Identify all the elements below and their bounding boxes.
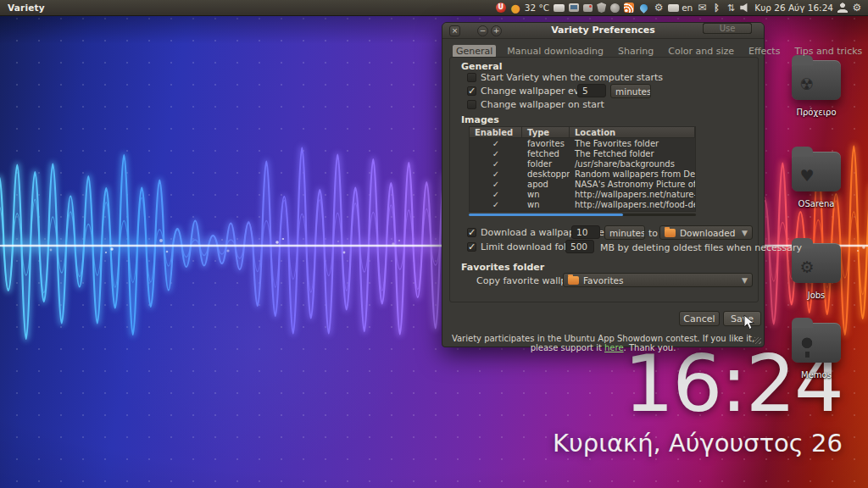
table-row[interactable]: fetched The Fetched folder	[470, 148, 695, 158]
user-indicator[interactable]	[837, 3, 848, 13]
shield-indicator[interactable]	[597, 3, 606, 13]
temperature-indicator[interactable]: 32 °C	[525, 3, 549, 13]
tab-sharing[interactable]: Sharing	[615, 45, 657, 58]
change-interval-unit-select[interactable]: minutes ▼	[610, 84, 651, 98]
folder-label: OSarena	[790, 199, 843, 208]
change-wallpaper-checkbox[interactable]	[467, 86, 476, 96]
table-row[interactable]: wn http://wallpapers.net/nature-desktop-…	[470, 189, 695, 199]
scrollbar-thumb[interactable]	[469, 214, 623, 216]
top-panel: Variety U ● 32 °C	[0, 0, 868, 16]
mail-indicator[interactable]: ✉	[697, 3, 707, 13]
tab-color-and-size[interactable]: Color and size	[665, 45, 737, 58]
column-header[interactable]: Type	[522, 127, 570, 137]
network-indicator[interactable]: ⇅	[726, 3, 736, 13]
keyboard-indicator[interactable]: en	[668, 3, 693, 13]
footer-text-before: Variety participates in the Ubuntu App S…	[452, 334, 754, 352]
dialog-tabs: General Manual downloading Sharing Color…	[453, 45, 757, 58]
active-app-title[interactable]: Variety	[8, 3, 45, 13]
globe-indicator[interactable]	[610, 3, 620, 13]
ubuntu-one-indicator[interactable]: U	[496, 3, 506, 13]
settings-indicator[interactable]: ⚙	[654, 3, 664, 13]
change-interval-input[interactable]	[577, 84, 606, 97]
tab-general[interactable]: General	[453, 45, 496, 58]
enabled-checkmark[interactable]	[470, 149, 522, 158]
rss-indicator[interactable]	[624, 3, 634, 13]
table-row[interactable]: favorites The Favorites folder	[470, 138, 695, 148]
change-on-start-row: Change wallpaper on start	[467, 98, 604, 110]
weather-indicator[interactable]: ●	[510, 3, 520, 13]
start-on-boot-label: Start Variety when the computer starts	[481, 72, 663, 83]
download-interval-unit-select[interactable]: minutes ▼	[604, 225, 645, 240]
enabled-checkmark[interactable]	[470, 169, 522, 179]
desktop: Variety U ● 32 °C	[0, 0, 868, 488]
change-wallpaper-row: Change wallpaper every	[467, 85, 594, 97]
variety-preferences-dialog: × − + Variety Preferences General Manual…	[442, 22, 765, 347]
limit-folder-checkbox[interactable]	[467, 242, 476, 252]
folder-memos[interactable]: Memos	[790, 323, 843, 380]
location-cell: The Favorites folder	[570, 139, 695, 148]
display-indicator[interactable]	[569, 3, 579, 12]
select-value: minutes	[609, 228, 645, 238]
download-interval-input[interactable]	[571, 225, 600, 239]
image-sources-table[interactable]: Enabled Type Location favorites The Favo…	[469, 126, 696, 212]
location-cell: http://wallpapers.net/nature-desktop-wal…	[570, 190, 695, 199]
bluetooth-indicator[interactable]: ᛒ	[711, 3, 721, 13]
printer-indicator[interactable]	[583, 4, 593, 12]
table-row[interactable]: folder /usr/share/backgrounds	[470, 158, 695, 169]
tab-effects[interactable]: Effects	[745, 45, 783, 58]
favorites-folder-select[interactable]: Favorites ▼	[563, 273, 753, 287]
table-header: Enabled Type Location	[470, 127, 695, 138]
type-cell: apod	[522, 180, 570, 189]
folder-icon	[792, 323, 841, 363]
type-cell: desktoppr	[522, 169, 570, 179]
enabled-checkmark[interactable]	[470, 159, 522, 169]
type-cell: folder	[522, 159, 570, 169]
support-link[interactable]: here	[604, 343, 624, 352]
location-cell: The Fetched folder	[570, 149, 695, 158]
table-row[interactable]: wn http://wallpapers.net/food-desktop-wa…	[470, 199, 695, 209]
footer-text-after: . Thank you.	[624, 343, 676, 352]
select-value: minutes	[615, 86, 651, 97]
tab-tips-and-tricks[interactable]: Tips and tricks	[791, 45, 865, 58]
folder-icon	[568, 276, 579, 285]
footer-note: Variety participates in the Ubuntu App S…	[442, 334, 764, 352]
session-indicator[interactable]: ⚙	[852, 3, 862, 13]
folder-label: Jobs	[790, 291, 843, 300]
download-folder-select[interactable]: Downloaded ▼	[659, 225, 753, 240]
enabled-checkmark[interactable]	[470, 180, 522, 189]
datetime-indicator[interactable]: Κυρ 26 Αύγ 16:24	[754, 3, 833, 13]
folder-procheiro[interactable]: ☢ Πρόχειρο	[790, 60, 843, 117]
limit-size-input[interactable]	[565, 240, 594, 253]
location-cell: /usr/share/backgrounds	[570, 159, 695, 169]
download-every-checkbox[interactable]	[467, 228, 476, 237]
enabled-checkmark[interactable]	[470, 139, 522, 148]
change-on-start-checkbox[interactable]	[467, 100, 476, 109]
favorites-heading: Favorites folder	[461, 262, 544, 273]
chevron-down-icon: ▼	[738, 229, 748, 237]
volume-indicator[interactable]	[740, 3, 750, 13]
use-button[interactable]: Use	[703, 23, 752, 34]
type-cell: fetched	[522, 149, 570, 158]
type-cell: wn	[522, 190, 570, 199]
save-button[interactable]: Save	[723, 311, 761, 326]
folder-osarena[interactable]: ♥ OSarena	[790, 152, 843, 208]
enabled-checkmark[interactable]	[470, 200, 522, 209]
folder-icon: ☢	[792, 60, 841, 100]
table-row[interactable]: desktoppr Random wallpapers from Desktop…	[470, 169, 695, 179]
tab-manual-downloading[interactable]: Manual downloading	[504, 45, 607, 58]
column-header[interactable]: Location	[570, 127, 695, 137]
limit-suffix-label: MB by deleting oldest files when necessa…	[600, 242, 802, 253]
indicator-tray: U ● 32 °C	[496, 3, 868, 13]
change-on-start-label: Change wallpaper on start	[481, 99, 604, 110]
resize-grip[interactable]	[754, 337, 761, 344]
folder-label: Memos	[790, 370, 843, 380]
cancel-button[interactable]: Cancel	[679, 311, 720, 326]
table-horizontal-scrollbar[interactable]	[469, 214, 696, 216]
column-header[interactable]: Enabled	[470, 127, 522, 137]
start-on-boot-checkbox[interactable]	[467, 73, 476, 82]
table-row[interactable]: apod NASA's Astronomy Picture of the Day	[470, 179, 695, 189]
photos-indicator[interactable]	[554, 4, 565, 12]
enabled-checkmark[interactable]	[470, 190, 522, 199]
folder-icon	[665, 229, 676, 237]
drop-indicator[interactable]	[638, 4, 649, 12]
